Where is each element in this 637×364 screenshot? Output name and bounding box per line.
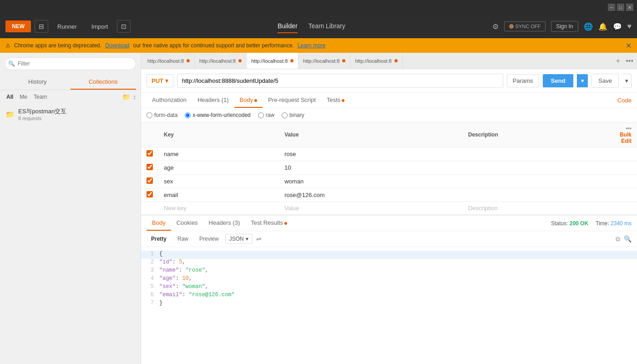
filter-input[interactable] — [5, 57, 136, 70]
json-format-select[interactable]: JSON ▾ — [225, 234, 253, 244]
resp-tab-headers[interactable]: Headers (3) — [203, 216, 246, 231]
sidebar-filter-row: All Me Team 📁 ↕ — [0, 90, 141, 104]
row-3-desc[interactable] — [463, 175, 610, 188]
download-link[interactable]: Download — [105, 42, 129, 49]
new-key-cell[interactable]: New key — [158, 202, 279, 215]
settings-icon[interactable]: ⚙ — [492, 22, 499, 31]
tab-label-0: http://localhost:8 — [147, 58, 184, 64]
more-icon[interactable]: ••• — [626, 125, 632, 131]
tab-item-1[interactable]: http://localhost:8 — [195, 53, 247, 69]
close-button[interactable]: ✕ — [626, 4, 633, 11]
send-dropdown-button[interactable]: ▾ — [577, 74, 588, 87]
row-3-key[interactable]: sex — [158, 175, 279, 188]
globe-icon[interactable]: 🌐 — [584, 22, 593, 31]
new-value-cell[interactable]: Value — [279, 202, 462, 215]
radio-binary-input[interactable] — [282, 112, 288, 118]
method-select[interactable]: PUT ▾ — [147, 74, 173, 87]
bell-icon[interactable]: 🔔 — [598, 22, 607, 31]
radio-raw[interactable]: raw — [258, 112, 274, 118]
req-tab-body[interactable]: Body — [234, 93, 263, 108]
row-2-value[interactable]: 10 — [279, 161, 462, 175]
row-3-value[interactable]: woman — [279, 175, 462, 188]
row-2-desc[interactable] — [463, 161, 610, 175]
filter-me[interactable]: Me — [18, 93, 29, 101]
radio-form-data-input[interactable] — [147, 112, 152, 118]
minimize-button[interactable]: ─ — [608, 4, 615, 11]
row-1-value[interactable]: rose — [279, 147, 462, 161]
import-button[interactable]: Import — [86, 20, 114, 33]
new-button[interactable]: NEW — [5, 20, 31, 32]
resp-tab-cookies[interactable]: Cookies — [171, 216, 203, 231]
bulk-edit-cell: ••• Bulk Edit — [610, 122, 637, 147]
sync-button[interactable]: SYNC OFF — [504, 21, 546, 31]
row-1-desc[interactable] — [463, 147, 610, 161]
params-button[interactable]: Params — [507, 74, 539, 87]
more-tabs-button[interactable]: ••• — [624, 57, 635, 65]
radio-raw-input[interactable] — [258, 112, 264, 118]
tab-item-2[interactable]: http://localhost:8 — [247, 53, 298, 69]
req-tab-headers[interactable]: Headers (1) — [192, 93, 234, 108]
filter-all[interactable]: All — [5, 93, 15, 101]
radio-form-data[interactable]: form-data — [147, 112, 177, 118]
radio-x-www[interactable]: x-www-form-urlencoded — [185, 112, 250, 118]
copy-response-button[interactable]: ⧉ — [616, 235, 620, 243]
req-tab-pre-request[interactable]: Pre-request Script — [263, 93, 321, 108]
req-tab-authorization[interactable]: Authorization — [147, 93, 192, 108]
fmt-pretty[interactable]: Pretty — [147, 234, 171, 244]
learn-more-link[interactable]: Learn more — [298, 42, 325, 49]
add-collection-button[interactable]: 📁 — [122, 93, 130, 101]
sign-in-button[interactable]: Sign In — [551, 21, 578, 32]
value-header: Value — [279, 122, 462, 147]
tabs-actions: + ••• — [614, 57, 635, 65]
tab-builder[interactable]: Builder — [278, 20, 298, 33]
row-2-check[interactable] — [141, 161, 158, 175]
bulk-edit-link[interactable]: Bulk Edit — [620, 131, 632, 144]
resp-tab-test-results[interactable]: Test Results — [245, 216, 293, 231]
tab-item-3[interactable]: http://localhost:8 — [298, 53, 350, 69]
fmt-preview[interactable]: Preview — [195, 234, 223, 244]
tab-team-library[interactable]: Team Library — [308, 20, 345, 33]
sort-button[interactable]: ↕ — [133, 93, 136, 101]
table-row: age 10 — [141, 161, 637, 175]
chat-icon[interactable]: 💬 — [613, 22, 622, 31]
tab-item-4[interactable]: http://localhost:8 — [350, 53, 402, 69]
layout-icon-button[interactable]: ⊟ — [35, 20, 48, 33]
radio-binary[interactable]: binary — [282, 112, 304, 118]
sidebar-tab-collections[interactable]: Collections — [71, 75, 136, 90]
runner-button[interactable]: Runner — [52, 20, 82, 33]
new-desc-cell[interactable]: Description — [463, 202, 610, 215]
url-input[interactable] — [177, 74, 503, 88]
sidebar-tab-history[interactable]: History — [5, 75, 71, 90]
new-window-button[interactable]: ⊡ — [117, 20, 131, 33]
wrap-icon[interactable]: ⇌ — [256, 235, 262, 243]
save-button[interactable]: Save — [592, 74, 619, 88]
fmt-raw[interactable]: Raw — [173, 234, 193, 244]
heart-icon[interactable]: ♥ — [627, 22, 632, 30]
row-2-key[interactable]: age — [158, 161, 279, 175]
code-line-1: 1 { — [141, 251, 637, 259]
row-1-check[interactable] — [141, 147, 158, 161]
collection-name: ES与postman交互 — [18, 107, 135, 116]
warning-close-button[interactable]: ✕ — [626, 41, 632, 50]
radio-x-www-input[interactable] — [185, 112, 191, 118]
resp-tab-body[interactable]: Body — [147, 216, 171, 231]
row-1-key[interactable]: name — [158, 147, 279, 161]
collection-item[interactable]: 📁 ES与postman交互 8 requests — [0, 104, 141, 125]
row-4-value[interactable]: rose@126.com — [279, 188, 462, 202]
row-4-desc[interactable] — [463, 188, 610, 202]
maximize-button[interactable]: □ — [617, 4, 624, 11]
row-4-check[interactable] — [141, 188, 158, 202]
row-1-actions — [610, 147, 637, 161]
row-3-check[interactable] — [141, 175, 158, 188]
tab-item-0[interactable]: http://localhost:8 — [143, 53, 195, 69]
search-response-button[interactable]: 🔍 — [624, 235, 632, 243]
method-label: PUT — [152, 77, 163, 84]
row-4-actions — [610, 188, 637, 202]
save-dropdown-button[interactable]: ▾ — [622, 74, 632, 88]
req-tab-tests[interactable]: Tests — [321, 93, 350, 108]
add-tab-button[interactable]: + — [614, 57, 622, 65]
row-4-key[interactable]: email — [158, 188, 279, 202]
code-link[interactable]: Code — [617, 97, 632, 104]
send-button[interactable]: Send — [543, 74, 574, 87]
filter-team[interactable]: Team — [32, 93, 49, 101]
